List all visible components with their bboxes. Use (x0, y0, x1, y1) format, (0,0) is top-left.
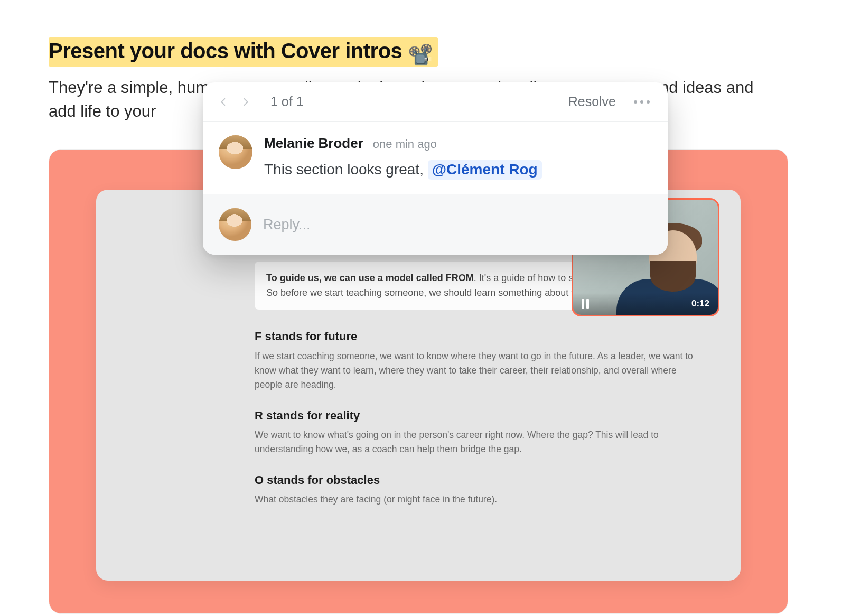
prev-comment-button[interactable] (217, 95, 230, 109)
reply-row (203, 194, 668, 255)
page-title: Present your docs with Cover intros (49, 39, 402, 62)
comment-text: This section looks great, (264, 161, 428, 178)
more-options-button[interactable] (632, 98, 652, 106)
comment-header: 1 of 1 Resolve (203, 82, 668, 122)
doc-heading: R stands for reality (255, 407, 693, 425)
more-icon (634, 100, 637, 104)
comment-body: Melanie Broder one min ago This section … (203, 122, 668, 194)
comment-timestamp: one min ago (373, 137, 437, 151)
doc-heading: O stands for obstacles (255, 471, 693, 489)
doc-heading: F stands for future (255, 328, 693, 346)
comment-message: This section looks great, @Clément Rog (264, 161, 652, 178)
callout-bold: To guide us, we can use a model called F… (266, 273, 474, 283)
doc-paragraph: We want to know what's going on in the p… (255, 428, 693, 456)
comment-counter: 1 of 1 (270, 94, 304, 109)
reply-input[interactable] (263, 217, 652, 233)
mention[interactable]: @Clément Rog (428, 160, 542, 180)
avatar (219, 135, 252, 169)
doc-paragraph: What obstacles they are facing (or might… (255, 492, 693, 507)
video-controls: 0:12 (573, 293, 718, 315)
chevron-right-icon (241, 95, 250, 109)
avatar (219, 208, 251, 241)
next-comment-button[interactable] (239, 95, 252, 109)
comment-author: Melanie Broder (264, 135, 363, 152)
pause-icon[interactable] (582, 299, 589, 309)
page-title-highlight: Present your docs with Cover intros 📽️ (49, 37, 438, 67)
chevron-left-icon (219, 95, 228, 109)
video-time: 0:12 (691, 298, 709, 309)
doc-paragraph: If we start coaching someone, we want to… (255, 349, 693, 392)
resolve-button[interactable]: Resolve (568, 94, 616, 109)
comment-popover: 1 of 1 Resolve Melanie Broder one min ag… (203, 82, 668, 255)
projector-icon: 📽️ (408, 44, 433, 64)
